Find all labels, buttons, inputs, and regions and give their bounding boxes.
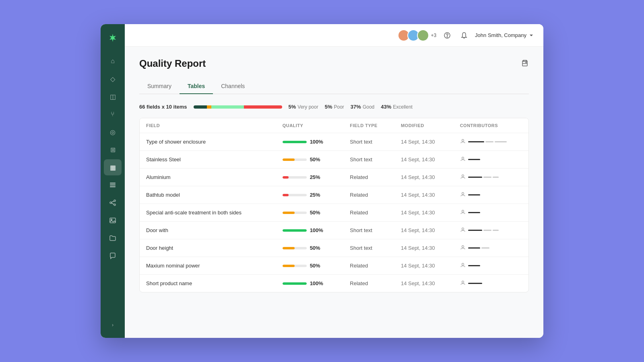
- excellent-label: Excellent: [393, 104, 413, 110]
- poor-label: Poor: [334, 104, 344, 110]
- svg-point-11: [447, 37, 447, 37]
- user-name: John Smith, Company: [475, 32, 526, 38]
- data-table: FIELD QUALITY FIELD TYPE MODIFIED CONTRI…: [139, 118, 529, 292]
- main-content: +3 John Smith, Company: [125, 24, 543, 338]
- user-menu[interactable]: John Smith, Company: [475, 32, 534, 38]
- modified-cell: 14 Sept, 14:30: [394, 151, 454, 169]
- sidebar-item-tag[interactable]: ◇: [104, 71, 122, 87]
- progress-very-poor: [194, 105, 207, 109]
- svg-rect-0: [110, 183, 116, 184]
- svg-point-18: [462, 193, 464, 195]
- table-row[interactable]: Aluminium25%Related14 Sept, 14:30: [140, 169, 528, 186]
- modified-cell: 14 Sept, 14:30: [394, 257, 454, 275]
- table-header-row: FIELD QUALITY FIELD TYPE MODIFIED CONTRI…: [140, 118, 528, 133]
- table-row[interactable]: Door with100%Short text14 Sept, 14:30: [140, 222, 528, 239]
- sidebar-item-home[interactable]: ⌂: [104, 53, 122, 69]
- svg-point-5: [114, 204, 116, 206]
- quality-cell: 50%: [276, 151, 344, 169]
- contributors-cell: [454, 133, 528, 151]
- avatar-3: [417, 29, 429, 41]
- col-modified: MODIFIED: [394, 118, 454, 133]
- sidebar-item-connect[interactable]: [104, 195, 122, 211]
- sidebar-item-chat[interactable]: [104, 248, 122, 264]
- progress-poor: [207, 105, 211, 109]
- quality-cell: 100%: [276, 275, 344, 292]
- progress-good: [211, 105, 244, 109]
- sidebar-item-git[interactable]: ⑂: [104, 106, 122, 122]
- table-row[interactable]: Door height50%Short text14 Sept, 14:30: [140, 239, 528, 257]
- progress-excellent: [244, 105, 282, 109]
- quality-cell: 100%: [276, 133, 344, 151]
- stat-poor: 5% Poor: [325, 104, 344, 110]
- sidebar-item-layers[interactable]: ◫: [104, 88, 122, 105]
- contributors-cell: [454, 257, 528, 275]
- sidebar-item-location[interactable]: ◎: [104, 124, 122, 140]
- quality-cell: 25%: [276, 186, 344, 204]
- col-field: FIELD: [140, 118, 276, 133]
- very-poor-label: Very poor: [297, 104, 318, 110]
- field-name-cell: Door with: [140, 222, 276, 239]
- print-button[interactable]: [521, 59, 529, 69]
- contributor-icon: [460, 191, 466, 198]
- stat-good: 37% Good: [351, 104, 374, 110]
- sidebar-expand-button[interactable]: ›: [104, 319, 122, 331]
- svg-rect-1: [110, 185, 116, 186]
- table-row[interactable]: Maxium nominal power50%Related14 Sept, 1…: [140, 257, 528, 275]
- sidebar-item-folder[interactable]: [104, 230, 122, 246]
- svg-line-6: [111, 201, 114, 202]
- field-type-cell: Short text: [343, 222, 394, 239]
- table-row[interactable]: Special anti-scale treatment in both sid…: [140, 204, 528, 222]
- contributor-icon: [460, 174, 466, 181]
- table-row[interactable]: Stainless Steel50%Short text14 Sept, 14:…: [140, 151, 528, 169]
- svg-rect-2: [110, 186, 116, 187]
- tab-tables[interactable]: Tables: [180, 79, 213, 94]
- sidebar-item-grid[interactable]: ⊞: [104, 142, 122, 158]
- tab-summary[interactable]: Summary: [139, 79, 180, 94]
- poor-pct: 5%: [325, 104, 332, 110]
- tab-channels[interactable]: Channels: [213, 79, 253, 94]
- svg-point-22: [462, 263, 464, 265]
- svg-point-16: [462, 157, 464, 159]
- sidebar-item-chart[interactable]: ▦: [104, 159, 122, 175]
- sidebar-item-image[interactable]: [104, 212, 122, 228]
- stats-label: 66 fields x 10 items: [139, 104, 187, 110]
- svg-point-20: [462, 228, 464, 230]
- help-icon[interactable]: [441, 29, 453, 41]
- contributor-icon: [460, 227, 466, 234]
- svg-point-4: [114, 200, 116, 202]
- field-name-cell: Special anti-scale treatment in both sid…: [140, 204, 276, 222]
- page-title: Quality Report: [139, 58, 206, 69]
- contributor-icon: [460, 245, 466, 251]
- col-quality: QUALITY: [276, 118, 344, 133]
- avatar-group: +3: [398, 29, 436, 41]
- contributors-cell: [454, 204, 528, 222]
- field-name-cell: Bathtub model: [140, 186, 276, 204]
- table-row[interactable]: Short product name100%Related14 Sept, 14…: [140, 275, 528, 292]
- quality-cell: 50%: [276, 257, 344, 275]
- overall-progress-bar: [194, 105, 282, 109]
- contributor-icon: [460, 209, 466, 216]
- field-type-cell: Related: [343, 186, 394, 204]
- contributors-cell: [454, 169, 528, 186]
- modified-cell: 14 Sept, 14:30: [394, 222, 454, 239]
- field-name-cell: Door height: [140, 239, 276, 257]
- contributor-icon: [460, 156, 466, 163]
- svg-rect-13: [523, 60, 526, 62]
- contributor-icon: [460, 138, 466, 145]
- table-row[interactable]: Bathtub model25%Related14 Sept, 14:30: [140, 186, 528, 204]
- field-type-cell: Related: [343, 169, 394, 186]
- quality-cell: 25%: [276, 169, 344, 186]
- excellent-pct: 43%: [381, 104, 391, 110]
- col-field-type: FIELD TYPE: [343, 118, 394, 133]
- contributors-cell: [454, 186, 528, 204]
- field-name-cell: Aluminium: [140, 169, 276, 186]
- svg-rect-8: [110, 218, 116, 223]
- field-type-cell: Short text: [343, 151, 394, 169]
- notification-icon[interactable]: [458, 29, 470, 41]
- sidebar-item-stack[interactable]: [104, 177, 122, 193]
- quality-cell: 50%: [276, 239, 344, 257]
- svg-point-21: [462, 246, 464, 248]
- good-pct: 37%: [351, 104, 361, 110]
- content-area: Quality Report Summary Tables Channels: [125, 47, 543, 338]
- table-row[interactable]: Type of shower enclosure100%Short text14…: [140, 133, 528, 151]
